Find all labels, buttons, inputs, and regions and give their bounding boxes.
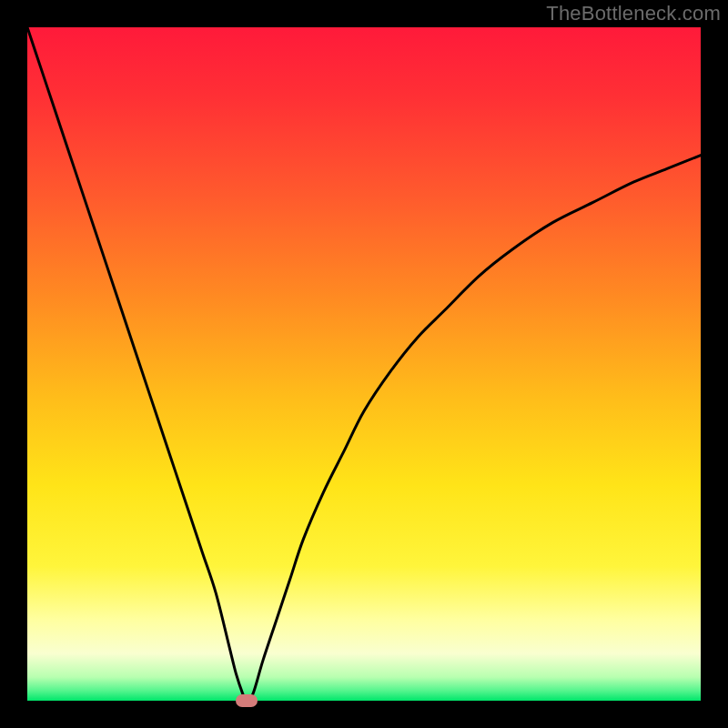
bottleneck-curve — [27, 27, 701, 701]
curve-layer — [27, 27, 701, 701]
plot-area — [27, 27, 701, 701]
watermark-text: TheBottleneck.com — [546, 2, 721, 25]
min-marker — [236, 694, 258, 707]
chart-frame: TheBottleneck.com — [0, 0, 728, 728]
